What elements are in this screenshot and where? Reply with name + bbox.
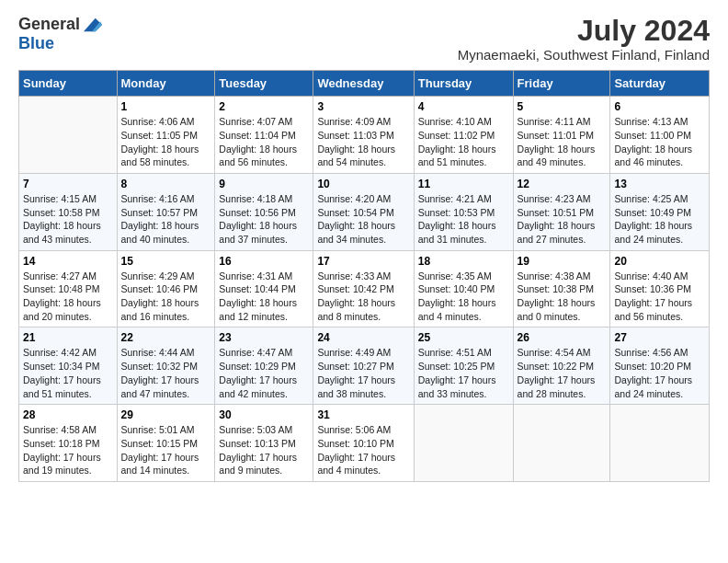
- header-cell-sunday: Sunday: [19, 71, 118, 97]
- calendar-cell: [610, 405, 710, 482]
- day-info: Sunrise: 4:20 AMSunset: 10:54 PMDaylight…: [317, 192, 409, 247]
- calendar-cell: 11Sunrise: 4:21 AMSunset: 10:53 PMDaylig…: [414, 173, 513, 250]
- calendar-cell: 8Sunrise: 4:16 AMSunset: 10:57 PMDayligh…: [117, 173, 215, 250]
- day-number: 23: [219, 331, 309, 344]
- day-number: 4: [418, 100, 509, 113]
- calendar-cell: 19Sunrise: 4:38 AMSunset: 10:38 PMDaylig…: [513, 250, 610, 327]
- day-info: Sunrise: 4:38 AMSunset: 10:38 PMDaylight…: [518, 270, 607, 324]
- day-number: 9: [219, 178, 309, 190]
- day-info: Sunrise: 4:51 AMSunset: 10:25 PMDaylight…: [418, 346, 509, 400]
- day-info: Sunrise: 4:16 AMSunset: 10:57 PMDaylight…: [121, 192, 211, 247]
- calendar-table: SundayMondayTuesdayWednesdayThursdayFrid…: [18, 70, 710, 482]
- calendar-cell: 3Sunrise: 4:09 AMSunset: 11:03 PMDayligh…: [313, 97, 414, 174]
- day-number: 11: [418, 178, 509, 190]
- day-info: Sunrise: 4:31 AMSunset: 10:44 PMDaylight…: [219, 270, 309, 324]
- day-number: 26: [518, 331, 607, 344]
- week-row-3: 14Sunrise: 4:27 AMSunset: 10:48 PMDaylig…: [19, 250, 710, 327]
- day-info: Sunrise: 4:15 AMSunset: 10:58 PMDaylight…: [23, 192, 113, 247]
- day-number: 17: [317, 255, 409, 268]
- calendar-cell: 22Sunrise: 4:44 AMSunset: 10:32 PMDaylig…: [117, 327, 215, 405]
- calendar-cell: 12Sunrise: 4:23 AMSunset: 10:51 PMDaylig…: [513, 173, 610, 250]
- day-info: Sunrise: 4:54 AMSunset: 10:22 PMDaylight…: [518, 346, 607, 400]
- day-number: 15: [121, 255, 211, 268]
- day-info: Sunrise: 4:21 AMSunset: 10:53 PMDaylight…: [418, 192, 509, 247]
- day-number: 5: [518, 100, 607, 113]
- day-info: Sunrise: 4:10 AMSunset: 11:02 PMDaylight…: [418, 115, 509, 169]
- day-info: Sunrise: 5:03 AMSunset: 10:13 PMDaylight…: [219, 423, 309, 477]
- day-info: Sunrise: 4:25 AMSunset: 10:49 PMDaylight…: [614, 192, 705, 247]
- location-title: Mynaemaeki, Southwest Finland, Finland: [458, 47, 710, 63]
- week-row-4: 21Sunrise: 4:42 AMSunset: 10:34 PMDaylig…: [19, 327, 710, 405]
- header-row: SundayMondayTuesdayWednesdayThursdayFrid…: [19, 71, 710, 97]
- calendar-cell: 4Sunrise: 4:10 AMSunset: 11:02 PMDayligh…: [414, 97, 513, 174]
- day-number: 27: [614, 331, 705, 344]
- calendar-cell: 16Sunrise: 4:31 AMSunset: 10:44 PMDaylig…: [215, 250, 313, 327]
- calendar-cell: 28Sunrise: 4:58 AMSunset: 10:18 PMDaylig…: [19, 405, 118, 482]
- calendar-cell: 14Sunrise: 4:27 AMSunset: 10:48 PMDaylig…: [19, 250, 118, 327]
- day-number: 28: [23, 408, 113, 421]
- day-info: Sunrise: 4:42 AMSunset: 10:34 PMDaylight…: [23, 346, 113, 400]
- calendar-cell: 27Sunrise: 4:56 AMSunset: 10:20 PMDaylig…: [610, 327, 710, 405]
- calendar-cell: 9Sunrise: 4:18 AMSunset: 10:56 PMDayligh…: [215, 173, 313, 250]
- calendar-cell: 18Sunrise: 4:35 AMSunset: 10:40 PMDaylig…: [414, 250, 513, 327]
- calendar-cell: 31Sunrise: 5:06 AMSunset: 10:10 PMDaylig…: [313, 405, 414, 482]
- header-cell-monday: Monday: [117, 71, 215, 97]
- day-info: Sunrise: 4:44 AMSunset: 10:32 PMDaylight…: [121, 346, 211, 400]
- day-info: Sunrise: 4:29 AMSunset: 10:46 PMDaylight…: [121, 270, 211, 324]
- day-info: Sunrise: 4:40 AMSunset: 10:36 PMDaylight…: [614, 270, 705, 324]
- day-info: Sunrise: 5:06 AMSunset: 10:10 PMDaylight…: [317, 423, 409, 477]
- day-info: Sunrise: 4:35 AMSunset: 10:40 PMDaylight…: [418, 270, 509, 324]
- logo-icon: [84, 17, 102, 32]
- day-number: 25: [418, 331, 509, 344]
- week-row-1: 1Sunrise: 4:06 AMSunset: 11:05 PMDayligh…: [19, 97, 710, 174]
- day-number: 16: [219, 255, 309, 268]
- day-number: 13: [614, 178, 705, 190]
- month-title: July 2024: [458, 15, 710, 47]
- calendar-cell: 10Sunrise: 4:20 AMSunset: 10:54 PMDaylig…: [313, 173, 414, 250]
- header-cell-wednesday: Wednesday: [313, 71, 414, 97]
- day-info: Sunrise: 4:56 AMSunset: 10:20 PMDaylight…: [614, 346, 705, 400]
- calendar-cell: 23Sunrise: 4:47 AMSunset: 10:29 PMDaylig…: [215, 327, 313, 405]
- day-number: 10: [317, 178, 409, 190]
- day-number: 24: [317, 331, 409, 344]
- day-number: 3: [317, 100, 409, 113]
- day-info: Sunrise: 4:07 AMSunset: 11:04 PMDaylight…: [219, 115, 309, 169]
- day-number: 8: [121, 178, 211, 190]
- header-cell-friday: Friday: [513, 71, 610, 97]
- calendar-cell: 13Sunrise: 4:25 AMSunset: 10:49 PMDaylig…: [610, 173, 710, 250]
- day-number: 29: [121, 408, 211, 421]
- calendar-cell: [19, 97, 118, 174]
- calendar-cell: 20Sunrise: 4:40 AMSunset: 10:36 PMDaylig…: [610, 250, 710, 327]
- week-row-5: 28Sunrise: 4:58 AMSunset: 10:18 PMDaylig…: [19, 405, 710, 482]
- day-number: 21: [23, 331, 113, 344]
- day-number: 7: [23, 178, 113, 190]
- day-info: Sunrise: 4:27 AMSunset: 10:48 PMDaylight…: [23, 270, 113, 324]
- calendar-cell: [513, 405, 610, 482]
- day-number: 1: [121, 100, 211, 113]
- calendar-cell: 29Sunrise: 5:01 AMSunset: 10:15 PMDaylig…: [117, 405, 215, 482]
- day-number: 6: [614, 100, 705, 113]
- calendar-cell: 17Sunrise: 4:33 AMSunset: 10:42 PMDaylig…: [313, 250, 414, 327]
- calendar-cell: 25Sunrise: 4:51 AMSunset: 10:25 PMDaylig…: [414, 327, 513, 405]
- logo: General Blue: [18, 15, 102, 53]
- title-area: July 2024 Mynaemaeki, Southwest Finland,…: [458, 15, 710, 63]
- calendar-cell: 15Sunrise: 4:29 AMSunset: 10:46 PMDaylig…: [117, 250, 215, 327]
- calendar-cell: 24Sunrise: 4:49 AMSunset: 10:27 PMDaylig…: [313, 327, 414, 405]
- calendar-cell: 21Sunrise: 4:42 AMSunset: 10:34 PMDaylig…: [19, 327, 118, 405]
- calendar-cell: 2Sunrise: 4:07 AMSunset: 11:04 PMDayligh…: [215, 97, 313, 174]
- day-number: 19: [518, 255, 607, 268]
- day-info: Sunrise: 4:47 AMSunset: 10:29 PMDaylight…: [219, 346, 309, 400]
- day-number: 18: [418, 255, 509, 268]
- logo-general-text: General: [18, 15, 80, 34]
- calendar-cell: 6Sunrise: 4:13 AMSunset: 11:00 PMDayligh…: [610, 97, 710, 174]
- day-info: Sunrise: 4:49 AMSunset: 10:27 PMDaylight…: [317, 346, 409, 400]
- calendar-cell: 30Sunrise: 5:03 AMSunset: 10:13 PMDaylig…: [215, 405, 313, 482]
- day-info: Sunrise: 4:09 AMSunset: 11:03 PMDaylight…: [317, 115, 409, 169]
- calendar-cell: 5Sunrise: 4:11 AMSunset: 11:01 PMDayligh…: [513, 97, 610, 174]
- day-info: Sunrise: 4:13 AMSunset: 11:00 PMDaylight…: [614, 115, 705, 169]
- day-info: Sunrise: 4:58 AMSunset: 10:18 PMDaylight…: [23, 423, 113, 477]
- day-number: 2: [219, 100, 309, 113]
- page-header: General Blue July 2024 Mynaemaeki, South…: [18, 15, 710, 63]
- day-number: 20: [614, 255, 705, 268]
- calendar-cell: 26Sunrise: 4:54 AMSunset: 10:22 PMDaylig…: [513, 327, 610, 405]
